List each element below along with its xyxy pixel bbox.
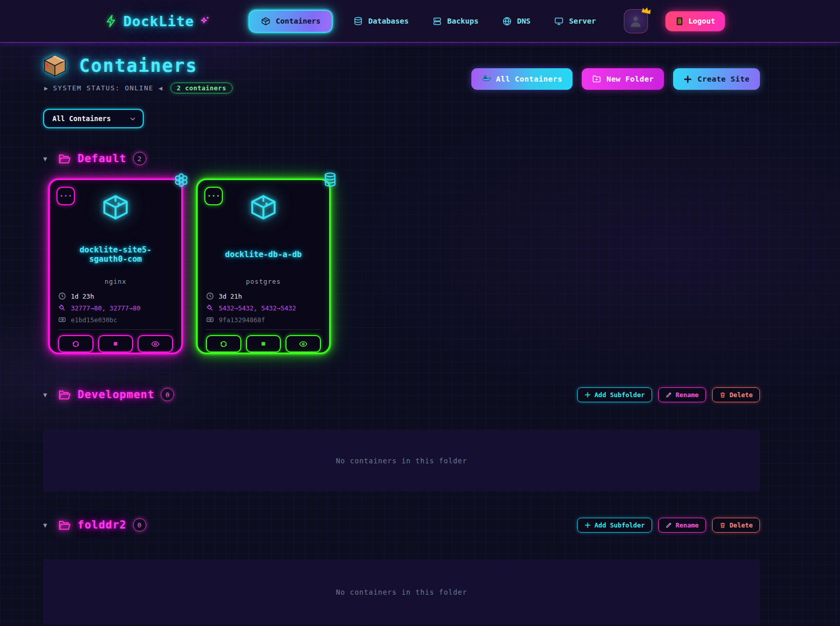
tab-label: DNS — [517, 17, 530, 25]
folder-header-folddr2: ▼ folddr2 0 Add Subfolder Rename Delete — [43, 516, 760, 534]
rename-button[interactable]: Rename — [658, 387, 706, 402]
page-header: Containers ▶ SYSTEM STATUS: ONLINE ◀ 2 c… — [43, 54, 760, 93]
collapse-caret-icon[interactable]: ▼ — [43, 155, 51, 163]
empty-folder-panel: No containers in this folder — [43, 430, 760, 492]
logs-eye-button[interactable] — [285, 335, 321, 353]
brand: DockLite — [105, 13, 211, 29]
container-image: postgres — [206, 278, 321, 285]
tab-backups[interactable]: Backups — [429, 11, 482, 31]
delete-button[interactable]: Delete — [712, 387, 760, 402]
uptime-value: 3d 21h — [219, 292, 242, 300]
trash-icon — [719, 392, 726, 398]
triangle-right-icon: ▶ — [44, 85, 48, 92]
triangle-left-icon: ◀ — [159, 85, 162, 92]
clock-icon — [58, 292, 66, 300]
page-title: Containers — [79, 55, 198, 76]
container-id-stat: 9fa13294868f — [206, 316, 321, 324]
container-image: nginx — [58, 278, 173, 285]
crown-icon — [640, 6, 652, 15]
trash-icon — [719, 522, 726, 529]
logout-label: Logout — [689, 17, 715, 25]
all-containers-button[interactable]: All Containers — [471, 68, 572, 90]
logout-button[interactable]: Logout — [665, 11, 725, 31]
container-count-badge: 2 containers — [170, 83, 232, 93]
folder-header-development: ▼ Development 0 Add Subfolder Rename Del… — [43, 386, 760, 403]
id-badge-icon — [58, 316, 66, 324]
sparkles-icon — [199, 15, 211, 27]
monitor-icon — [554, 16, 564, 26]
cube-icon — [249, 192, 278, 222]
package-icon — [261, 16, 271, 26]
new-folder-label: New Folder — [606, 75, 654, 83]
package-box-icon — [43, 54, 67, 77]
card-menu-button[interactable]: ... — [204, 187, 223, 205]
door-icon — [675, 17, 684, 26]
open-folder-icon — [58, 518, 71, 532]
person-icon — [628, 13, 643, 29]
status-text: SYSTEM STATUS: ONLINE — [53, 84, 154, 92]
tab-label: Containers — [276, 17, 320, 25]
plus-icon — [584, 392, 591, 398]
all-containers-label: All Containers — [496, 75, 562, 83]
stop-button[interactable] — [98, 335, 133, 353]
chevron-down-icon — [129, 115, 137, 123]
rename-button[interactable]: Rename — [658, 518, 706, 533]
folder-name: folddr2 — [78, 519, 127, 531]
system-status: ▶ SYSTEM STATUS: ONLINE ◀ 2 containers — [44, 83, 233, 93]
restart-button[interactable] — [206, 335, 241, 353]
divider — [58, 329, 173, 330]
container-name: docklite-site5-sgauth0-com — [69, 243, 162, 266]
user-avatar[interactable] — [624, 9, 648, 33]
ports-stat: 5432→5432, 5432→5432 — [206, 304, 321, 312]
card-menu-button[interactable]: ... — [56, 187, 75, 205]
open-folder-icon — [58, 152, 71, 166]
empty-folder-text: No containers in this folder — [336, 588, 467, 596]
create-site-button[interactable]: Create Site — [673, 68, 760, 90]
ports-stat: 32777→80, 32777→80 — [58, 304, 173, 312]
delete-button[interactable]: Delete — [712, 518, 760, 533]
container-cards: ... docklite-site5-sgauth0-com nginx 1d … — [43, 179, 760, 354]
logs-eye-button[interactable] — [138, 335, 173, 353]
container-id-stat: e1bd15e030bc — [58, 316, 173, 324]
empty-folder-text: No containers in this folder — [336, 457, 467, 465]
container-filter-select[interactable]: All Containers — [43, 109, 144, 128]
new-folder-button[interactable]: New Folder — [582, 68, 664, 90]
stop-button[interactable] — [246, 335, 281, 353]
pencil-icon — [665, 522, 672, 529]
globe-icon — [502, 16, 512, 26]
collapse-caret-icon[interactable]: ▼ — [43, 521, 51, 529]
delete-label: Delete — [730, 391, 753, 399]
whale-icon — [482, 74, 491, 84]
cube-icon — [101, 192, 130, 222]
uptime-value: 1d 23h — [71, 292, 94, 300]
plug-icon — [58, 304, 66, 312]
restart-button[interactable] — [58, 335, 93, 353]
id-badge-icon — [206, 316, 214, 324]
container-id-value: e1bd15e030bc — [71, 316, 117, 324]
ports-value: 32777→80, 32777→80 — [71, 304, 140, 312]
container-id-value: 9fa13294868f — [219, 316, 265, 324]
add-subfolder-button[interactable]: Add Subfolder — [577, 387, 652, 402]
collapse-caret-icon[interactable]: ▼ — [43, 391, 51, 399]
database-icon — [323, 172, 337, 187]
brand-name: DockLite — [123, 13, 194, 29]
clock-icon — [206, 292, 214, 300]
create-site-label: Create Site — [697, 75, 750, 83]
database-icon — [353, 16, 363, 26]
add-subfolder-label: Add Subfolder — [595, 521, 645, 529]
container-name: docklite-db-a-db — [217, 243, 310, 266]
folder-name: Development — [78, 388, 155, 401]
rename-label: Rename — [676, 391, 699, 399]
flower-icon — [173, 172, 189, 188]
tab-dns[interactable]: DNS — [499, 11, 533, 31]
tab-server[interactable]: Server — [551, 11, 599, 31]
uptime-stat: 3d 21h — [206, 292, 321, 300]
tab-databases[interactable]: Databases — [350, 11, 412, 31]
folder-header-default: ▼ Default 2 — [43, 150, 760, 167]
ports-value: 5432→5432, 5432→5432 — [219, 304, 296, 312]
tab-containers[interactable]: Containers — [249, 10, 333, 33]
rename-label: Rename — [676, 521, 699, 529]
add-subfolder-button[interactable]: Add Subfolder — [577, 518, 652, 533]
folder-count-badge: 0 — [161, 388, 174, 401]
plus-icon — [584, 522, 591, 529]
